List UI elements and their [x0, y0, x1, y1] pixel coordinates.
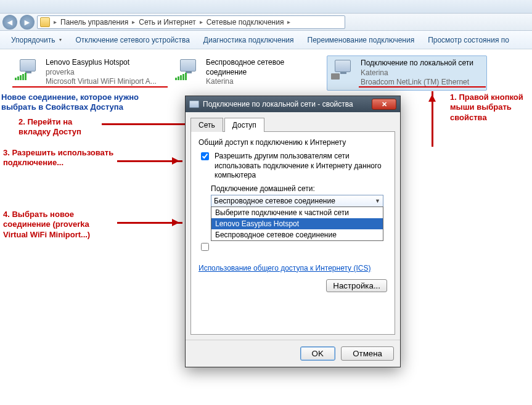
folder-icon	[40, 17, 50, 27]
diagnose-button[interactable]: Диагностика подключения	[197, 34, 300, 46]
wifi-icon	[15, 58, 42, 80]
cancel-button[interactable]: Отмена	[341, 346, 394, 361]
dialog-title: Подключение по локальной сети - свойства	[203, 100, 353, 108]
conn-name: Беспроводное сетевое соединение	[206, 58, 324, 77]
annotation-underline	[359, 86, 486, 88]
toolbar: Упорядочить Отключение сетевого устройст…	[0, 31, 532, 49]
list-option-hotspot[interactable]: Lenovo Easyplus Hotspot	[211, 218, 383, 229]
combo-value: Беспроводное сетевое соединение	[214, 197, 335, 205]
back-button[interactable]: ◄	[2, 15, 17, 30]
tab-sharing[interactable]: Доступ	[224, 118, 264, 132]
allow-sharing-label: Разрешить другим пользователям сети испо…	[215, 152, 387, 181]
chevron-icon: ▸	[198, 18, 204, 25]
annotation-step1: 1. Правой кнопкой мыши выбрать свойства	[450, 92, 530, 123]
dialog-titlebar[interactable]: Подключение по локальной сети - свойства…	[186, 96, 400, 112]
conn-network: proverka	[46, 68, 157, 78]
home-connection-combo[interactable]: Беспроводное сетевое соединение ▼	[211, 195, 383, 207]
allow-control-checkbox[interactable]	[201, 243, 209, 251]
close-button[interactable]: ✕	[372, 99, 396, 110]
content-area: Lenovo Easyplus Hotspot proverka Microso…	[0, 49, 532, 405]
arrow-icon	[117, 160, 182, 162]
connection-listbox[interactable]: Выберите подключение к частной сети Leno…	[211, 207, 383, 241]
disable-device-button[interactable]: Отключение сетевого устройства	[69, 34, 195, 46]
annotation-underline	[12, 86, 168, 88]
ethernet-icon	[330, 59, 357, 81]
group-title: Общий доступ к подключению к Интернету	[198, 138, 387, 147]
list-option-wireless[interactable]: Беспроводное сетевое соединение	[211, 229, 383, 240]
conn-name: Подключение по локальной сети	[361, 59, 473, 68]
address-bar: ◄ ► ▸ Панель управления ▸ Сеть и Интерне…	[0, 14, 532, 31]
annotation-step4: 4. Выбрать новое соединение (proverka Vi…	[3, 210, 114, 240]
connection-item-hotspot[interactable]: Lenovo Easyplus Hotspot proverka Microso…	[12, 55, 166, 89]
crumb-control-panel[interactable]: Панель управления	[60, 18, 128, 27]
crumb-connections[interactable]: Сетевые подключения	[207, 18, 284, 27]
crumb-network[interactable]: Сеть и Интернет	[139, 18, 195, 27]
chevron-icon: ▸	[286, 18, 292, 25]
chevron-icon: ▸	[52, 18, 58, 25]
wifi-icon	[175, 58, 202, 80]
window-titlebar	[0, 0, 532, 14]
list-option-placeholder[interactable]: Выберите подключение к частной сети	[211, 207, 383, 218]
rename-button[interactable]: Переименование подключения	[301, 34, 421, 46]
conn-name: Lenovo Easyplus Hotspot	[46, 58, 157, 68]
arrow-icon	[117, 222, 182, 224]
chevron-down-icon: ▼	[375, 198, 380, 204]
conn-network: Katerina	[361, 68, 473, 78]
breadcrumb[interactable]: ▸ Панель управления ▸ Сеть и Интернет ▸ …	[37, 15, 345, 29]
dialog-footer: OK Отмена	[186, 340, 400, 367]
annotation-step2: 2. Перейти на вкладку Доступ	[18, 117, 99, 137]
settings-button[interactable]: Настройка...	[326, 279, 387, 292]
connection-item-wireless[interactable]: Беспроводное сетевое соединение Katerina	[173, 55, 327, 89]
ics-help-link[interactable]: Использование общего доступа к Интернету…	[198, 264, 370, 274]
network-icon	[189, 100, 199, 108]
annotation-step3: 3. Разрешить использовать подключение...	[3, 148, 114, 168]
annotation-new-connection: Новое соединение, которое нужно выбрать …	[1, 92, 155, 113]
chevron-icon: ▸	[131, 18, 136, 25]
tab-network[interactable]: Сеть	[190, 118, 223, 132]
allow-sharing-checkbox[interactable]	[201, 152, 209, 160]
conn-network: Katerina	[206, 77, 324, 87]
organize-button[interactable]: Упорядочить	[5, 34, 68, 46]
properties-dialog: Подключение по локальной сети - свойства…	[185, 96, 401, 367]
connection-item-lan[interactable]: Подключение по локальной сети Katerina B…	[327, 55, 487, 91]
home-connection-label: Подключение домашней сети:	[211, 184, 387, 193]
ok-button[interactable]: OK	[300, 346, 335, 361]
arrow-icon	[432, 91, 433, 147]
view-status-button[interactable]: Просмотр состояния по	[422, 34, 515, 46]
sharing-panel: Общий доступ к подключению к Интернету Р…	[190, 131, 395, 335]
forward-button[interactable]: ►	[20, 15, 35, 30]
conn-device: Microsoft Virtual WiFi Miniport A...	[46, 77, 157, 87]
